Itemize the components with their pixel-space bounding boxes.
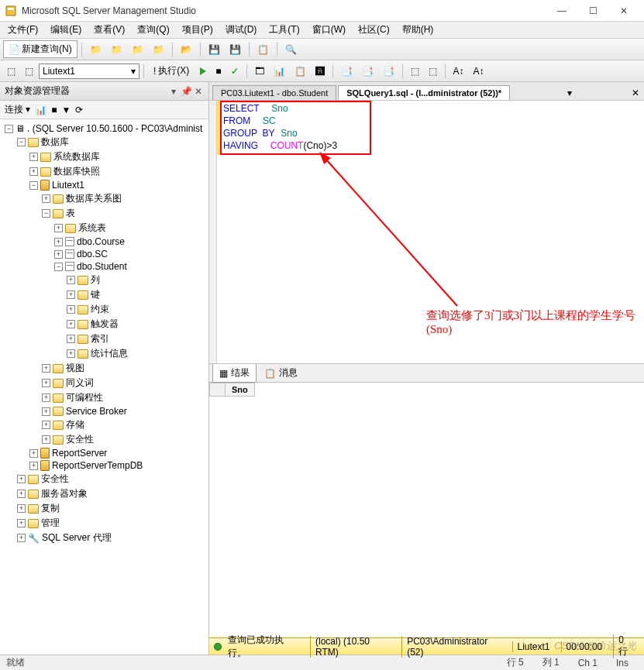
save-all-icon[interactable]: 💾 (226, 42, 245, 57)
node-label: 数据库快照 (53, 165, 100, 178)
col-sno[interactable]: Sno (226, 383, 255, 397)
tree-synonyms[interactable]: +同义词 (42, 376, 207, 390)
tree-security[interactable]: +安全性 (17, 472, 207, 486)
svg-rect-0 (6, 6, 15, 15)
tree-tables[interactable]: −表 (42, 206, 207, 221)
tree-columns[interactable]: +列 (67, 273, 207, 287)
tree-sysdb[interactable]: +系统数据库 (29, 149, 207, 164)
node-label: 数据库 (41, 136, 69, 149)
tb-icon-3[interactable]: 📁 (128, 42, 147, 57)
object-tree[interactable]: −🖥. (SQL Server 10.50.1600 - PC03\Admini… (0, 119, 208, 655)
tree-root-label: . (SQL Server 10.50.1600 - PC03\Administ (27, 123, 202, 134)
tree-programmability[interactable]: +可编程性 (42, 390, 207, 405)
dropdown-icon[interactable]: ▾ (168, 86, 179, 97)
tb2-i5[interactable]: 📑 (337, 64, 356, 79)
tb-icon-4[interactable]: 📁 (149, 42, 168, 57)
node-label: 键 (91, 288, 100, 301)
connect-button[interactable]: 连接 ▾ (5, 103, 30, 116)
uncomment-icon[interactable]: A↕ (470, 64, 488, 79)
results-grid[interactable]: Sno (209, 383, 644, 637)
tree-keys[interactable]: +键 (67, 287, 207, 302)
tree-root[interactable]: −🖥. (SQL Server 10.50.1600 - PC03\Admini… (5, 122, 207, 135)
tree-triggers[interactable]: +触发器 (67, 317, 207, 332)
folder-icon (53, 194, 64, 204)
activity-icon[interactable]: 🔍 (281, 42, 301, 57)
comment-icon[interactable]: A↕ (449, 64, 468, 79)
pin-icon[interactable]: 📌 (181, 86, 191, 97)
messages-tab[interactable]: 📋消息 (258, 364, 304, 382)
parse-button[interactable]: ✓ (227, 64, 243, 79)
results-tab[interactable]: ▦结果 (212, 363, 257, 383)
menu-window[interactable]: 窗口(W) (308, 22, 350, 38)
menu-project[interactable]: 项目(P) (177, 22, 218, 38)
menu-tools[interactable]: 工具(T) (264, 22, 304, 38)
tree-systables[interactable]: +系统表 (54, 221, 207, 235)
tree-views[interactable]: +视图 (42, 361, 207, 376)
debug-button[interactable] (196, 65, 210, 77)
minimize-button[interactable]: — (546, 2, 577, 20)
tree-management[interactable]: +管理 (17, 516, 207, 531)
menu-community[interactable]: 社区(C) (353, 22, 394, 38)
editor-gutter (209, 101, 217, 363)
tb2-i4[interactable]: 🅰 (312, 64, 329, 79)
menu-file[interactable]: 文件(F) (3, 22, 43, 38)
conn-icon-2[interactable]: ■ (51, 105, 57, 115)
tree-security-db[interactable]: +安全性 (42, 432, 207, 447)
conn-icon-4[interactable]: ⟳ (75, 105, 83, 115)
new-query-button[interactable]: 📄 新建查询(N) (3, 40, 77, 58)
tb2-i7[interactable]: 📑 (379, 64, 398, 79)
node-label: 安全性 (66, 433, 94, 446)
close-button[interactable]: ✕ (608, 2, 639, 20)
menu-help[interactable]: 帮助(H) (398, 22, 439, 38)
tree-sqlagent[interactable]: +🔧SQL Server 代理 (17, 531, 207, 545)
menu-view[interactable]: 查看(V) (89, 22, 129, 38)
tb-icon-1[interactable]: 📁 (86, 42, 105, 57)
menu-query[interactable]: 查询(Q) (133, 22, 174, 38)
tb2-i6[interactable]: 📑 (358, 64, 377, 79)
tb2-1[interactable]: ⬚ (3, 64, 19, 79)
tb2-2[interactable]: ⬚ (21, 64, 37, 79)
conn-icon-3[interactable]: ▼ (62, 105, 71, 115)
tree-replication[interactable]: +复制 (17, 501, 207, 516)
tb2-i3[interactable]: 📋 (291, 64, 310, 79)
maximize-button[interactable]: ☐ (577, 2, 608, 20)
tb-icon-2[interactable]: 📁 (107, 42, 126, 57)
tree-indexes[interactable]: +索引 (67, 332, 207, 346)
tree-stats[interactable]: +统计信息 (67, 346, 207, 361)
tree-serverobjects[interactable]: +服务器对象 (17, 486, 207, 501)
execute-button[interactable]: ! 执行(X) (148, 62, 195, 80)
tree-databases[interactable]: −数据库 (17, 135, 207, 149)
tree-dbdiagram[interactable]: +数据库关系图 (42, 191, 207, 206)
row-header (210, 383, 226, 397)
database-combo[interactable]: Liutext1 ▾ (39, 64, 139, 79)
outdent-icon[interactable]: ⬚ (425, 64, 441, 79)
tree-storage[interactable]: +存储 (42, 417, 207, 432)
tab-close[interactable]: ✕ (627, 86, 644, 100)
object-explorer-title-text: 对象资源管理器 (5, 84, 70, 98)
conn-icon-1[interactable]: 📊 (35, 105, 46, 115)
close-panel-icon[interactable]: ✕ (193, 86, 204, 97)
tree-dbsnap[interactable]: +数据库快照 (29, 164, 207, 179)
tree-sc[interactable]: +dbo.SC (54, 248, 207, 260)
tree-reportservertempdb[interactable]: +ReportServerTempDB (29, 459, 207, 472)
tree-liutext1[interactable]: −Liutext1 (29, 179, 207, 191)
tree-course[interactable]: +dbo.Course (54, 235, 207, 248)
sql-editor[interactable]: SELECT Sno FROM SC GROUP BY Sno HAVING C… (209, 101, 644, 364)
menu-debug[interactable]: 调试(D) (221, 22, 262, 38)
folder-icon (77, 349, 88, 359)
tb2-i1[interactable]: 🗔 (251, 64, 268, 79)
stop-button[interactable]: ■ (212, 64, 225, 79)
tab-student[interactable]: PC03.Liutext1 - dbo.Student (212, 85, 336, 100)
save-icon[interactable]: 💾 (205, 42, 224, 57)
tb2-i2[interactable]: 📊 (270, 64, 289, 79)
open-icon[interactable]: 📂 (177, 42, 196, 57)
indent-icon[interactable]: ⬚ (407, 64, 423, 79)
tree-student[interactable]: −dbo.Student (54, 260, 207, 273)
tree-servicebroker[interactable]: +Service Broker (42, 405, 207, 417)
tree-constraints[interactable]: +约束 (67, 302, 207, 317)
tab-dropdown[interactable]: ▾ (563, 86, 577, 100)
task-list-icon[interactable]: 📋 (253, 42, 273, 57)
menu-edit[interactable]: 编辑(E) (46, 22, 86, 38)
tab-sqlquery[interactable]: SQLQuery1.sql - (l...dministrator (52))* (338, 85, 510, 100)
tree-reportserver[interactable]: +ReportServer (29, 447, 207, 459)
